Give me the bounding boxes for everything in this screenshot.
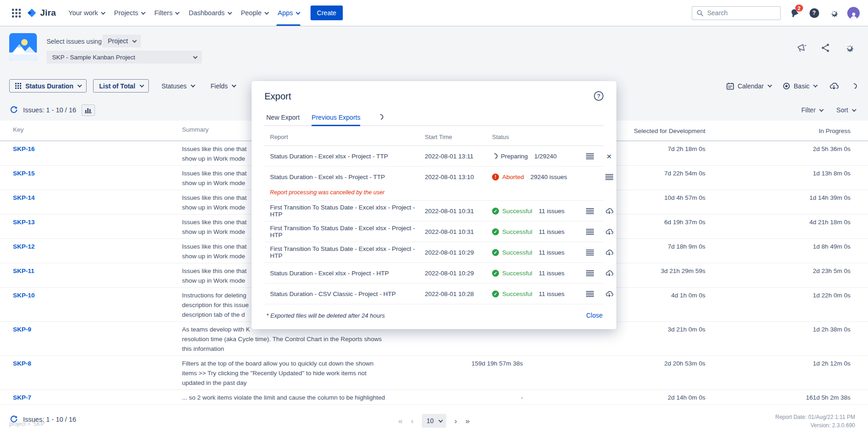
issue-key-link[interactable]: SKP-7 — [13, 393, 182, 402]
download-export-button[interactable] — [603, 226, 616, 238]
table-footer: Issues: 1 - 10 / 16 « ‹ 10 › » Report Da… — [0, 411, 868, 430]
export-issue-count: 11 issues — [539, 208, 564, 215]
create-button[interactable]: Create — [311, 6, 343, 20]
issue-key-link[interactable]: SKP-13 — [13, 217, 182, 237]
issue-in-progress-value: 1d 2h 12m 0s — [705, 359, 850, 388]
tab-new-export[interactable]: New Export — [266, 111, 299, 125]
nav-your-work[interactable]: Your work — [64, 0, 109, 26]
export-details-button[interactable] — [583, 150, 596, 162]
statuses-dropdown[interactable]: Statuses — [157, 79, 199, 93]
export-details-button[interactable] — [583, 288, 596, 300]
issue-in-progress-value: 1d 14h 39m 0s — [705, 193, 850, 212]
cloud-download-icon — [605, 228, 614, 236]
report-date: Report Date: 01/Aug/22 1:11 PM — [775, 413, 855, 421]
export-row: Status Duration - Excel xlsx - Project -… — [264, 263, 604, 284]
export-details-button[interactable] — [583, 246, 596, 258]
export-row: Status Duration - Excel xls - Project - … — [264, 167, 604, 187]
export-start-time: 2022-08-01 13:10 — [425, 174, 492, 180]
report-type-dropdown[interactable]: Status Duration — [9, 79, 87, 93]
issue-source-mode-button[interactable]: Project — [102, 35, 141, 47]
filter-dropdown[interactable]: Filter — [801, 106, 822, 114]
nav-apps[interactable]: Apps — [273, 0, 304, 26]
app-switcher-icon[interactable] — [8, 5, 24, 21]
cloud-download-icon — [605, 207, 614, 215]
chevron-down-icon — [141, 10, 146, 15]
share-button[interactable] — [820, 42, 831, 53]
nav-projects[interactable]: Projects — [109, 0, 149, 26]
export-start-time: 2022-08-01 13:11 — [425, 153, 492, 160]
project-select[interactable]: SKP - Sample Kanban Project — [47, 51, 202, 64]
close-icon: × — [606, 152, 611, 161]
sort-dropdown[interactable]: Sort — [836, 106, 855, 114]
export-row: Status Duration - Excel xlsx - Project -… — [264, 146, 604, 167]
user-avatar[interactable] — [847, 7, 860, 19]
eye-icon — [783, 82, 790, 90]
issue-key-link[interactable]: SKP-16 — [13, 144, 182, 163]
modal-help-button[interactable]: ? — [594, 91, 604, 101]
cancel-export-button[interactable]: × — [603, 150, 616, 162]
issue-in-progress-value: 1d 8h 49m 0s — [705, 242, 850, 261]
view-mode-dropdown[interactable]: Basic — [783, 82, 816, 90]
issue-key-link[interactable]: SKP-9 — [13, 325, 182, 354]
gear-icon — [829, 8, 839, 18]
menu-lines-icon — [605, 174, 613, 180]
next-page-button[interactable]: › — [454, 417, 457, 425]
download-export-button[interactable] — [603, 288, 616, 300]
settings-button[interactable] — [827, 6, 840, 19]
previous-page-button[interactable]: ‹ — [411, 417, 414, 425]
export-details-button[interactable] — [603, 171, 616, 183]
jira-logo[interactable]: Jira — [27, 8, 56, 18]
chevron-down-icon — [77, 83, 82, 87]
menu-lines-icon — [586, 208, 594, 214]
download-export-button[interactable] — [603, 205, 616, 217]
version: Version: 2.3.0.690 — [775, 421, 855, 430]
chevron-down-icon — [175, 10, 180, 15]
top-navigation: Jira Your work Projects Filters Dashboar… — [0, 0, 868, 26]
modal-title: Export — [264, 91, 291, 102]
issue-in-progress-value: 2d 23h 5m 0s — [705, 266, 850, 285]
search-box[interactable] — [692, 6, 781, 20]
issue-key-link[interactable]: SKP-14 — [13, 193, 182, 212]
nav-filters[interactable]: Filters — [149, 0, 183, 26]
menu-lines-icon — [586, 250, 594, 256]
chevron-down-icon — [139, 83, 144, 87]
first-page-button[interactable]: « — [399, 417, 403, 425]
issues-count: Issues: 1 - 10 / 16 — [23, 106, 76, 114]
notifications-button[interactable]: 2 — [788, 6, 801, 19]
chart-view-button[interactable] — [82, 105, 95, 116]
download-export-button[interactable] — [603, 246, 616, 258]
tab-previous-exports[interactable]: Previous Exports — [311, 111, 360, 125]
export-details-button[interactable] — [583, 267, 596, 279]
export-button[interactable] — [828, 81, 839, 92]
feedback-button[interactable] — [796, 42, 807, 53]
aborted-status-icon: ! — [492, 174, 499, 180]
report-settings-button[interactable] — [844, 42, 855, 53]
search-input[interactable] — [707, 9, 772, 17]
issue-key-link[interactable]: SKP-8 — [13, 359, 182, 388]
issue-key-link[interactable]: SKP-15 — [13, 169, 182, 188]
last-page-button[interactable]: » — [465, 417, 469, 425]
issue-in-progress-value: 1d 2h 38m 0s — [705, 325, 850, 354]
export-issue-count: 29240 issues — [530, 174, 567, 180]
issue-key-link[interactable]: SKP-11 — [13, 266, 182, 285]
page-size-select[interactable]: 10 — [422, 414, 446, 428]
bar-chart-icon — [85, 107, 92, 113]
export-details-button[interactable] — [583, 226, 596, 238]
chevron-down-icon — [264, 10, 269, 15]
issue-key-link[interactable]: SKP-10 — [13, 291, 182, 320]
loading-spinner — [850, 82, 858, 90]
export-details-button[interactable] — [583, 205, 596, 217]
export-issue-count: 11 issues — [539, 249, 564, 256]
download-export-button[interactable] — [603, 267, 616, 279]
help-button[interactable]: ? — [808, 6, 821, 19]
calendar-dropdown[interactable]: Calendar — [727, 82, 771, 90]
nav-dashboards[interactable]: Dashboards — [183, 0, 235, 26]
select-issues-label: Select issues using — [47, 38, 102, 45]
list-type-dropdown[interactable]: List of Total — [93, 79, 148, 93]
modal-close-button[interactable]: Close — [586, 312, 603, 319]
fields-dropdown[interactable]: Fields — [206, 79, 240, 93]
nav-people[interactable]: People — [236, 0, 273, 26]
refresh-button[interactable] — [9, 105, 18, 115]
success-status-icon: ✓ — [492, 208, 499, 215]
issue-key-link[interactable]: SKP-12 — [13, 242, 182, 261]
